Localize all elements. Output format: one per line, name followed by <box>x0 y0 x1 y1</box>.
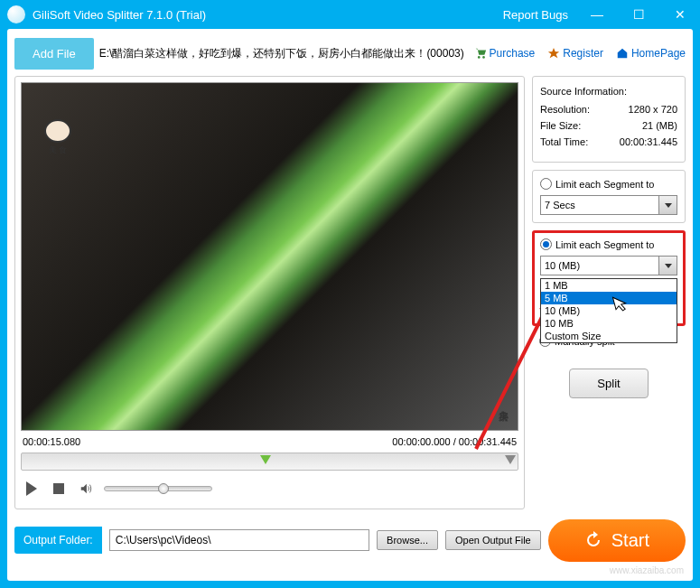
refresh-icon <box>584 531 602 549</box>
segment-size-radio[interactable] <box>540 238 552 250</box>
output-folder-input[interactable] <box>109 529 369 551</box>
maximize-button[interactable]: ☐ <box>626 5 651 23</box>
volume-thumb[interactable] <box>158 483 169 494</box>
segment-size-dropdown: 1 MB 5 MB 10 (MB) 10 MB Custom Size <box>540 278 677 343</box>
browse-button[interactable]: Browse... <box>377 530 438 550</box>
timeline-scrubber[interactable] <box>21 453 518 471</box>
play-button[interactable] <box>23 480 41 498</box>
app-logo-icon <box>7 5 25 23</box>
video-watermark-logo: 美 食 <box>40 119 76 164</box>
source-info-title: Source Information: <box>540 86 677 97</box>
options-panel: Source Information: Resolution:1280 x 72… <box>532 76 686 509</box>
home-icon <box>616 47 629 60</box>
homepage-link[interactable]: HomePage <box>616 47 686 60</box>
dropdown-item[interactable]: 10 (MB) <box>541 304 677 317</box>
filesize-value: 21 (MB) <box>642 120 677 131</box>
dropdown-item[interactable]: 1 MB <box>541 279 677 292</box>
volume-slider[interactable] <box>104 486 212 491</box>
current-file-path: E:\醋溜白菜这样做，好吃到爆，还特别下饭，厨房小白都能做出来！(00003) <box>99 46 469 61</box>
current-time: 00:00:15.080 <box>23 436 80 447</box>
totaltime-value: 00:00:31.445 <box>620 136 677 147</box>
segment-time-select[interactable]: 7 Secs <box>540 195 677 215</box>
start-button[interactable]: Start <box>548 519 686 562</box>
dropdown-item[interactable]: Custom Size <box>541 330 677 342</box>
segment-size-select[interactable]: 10 (MB) <box>540 256 677 275</box>
open-output-button[interactable]: Open Output File <box>445 530 541 550</box>
minimize-button[interactable]: — <box>584 5 610 23</box>
cart-icon <box>474 47 487 60</box>
chevron-down-icon <box>658 196 677 214</box>
playback-controls <box>21 474 518 503</box>
purchase-link[interactable]: Purchase <box>474 47 536 60</box>
source-info-box: Source Information: Resolution:1280 x 72… <box>532 76 686 163</box>
speaker-icon <box>79 482 92 495</box>
titlebar: GiliSoft Video Splitter 7.1.0 (Trial) Re… <box>0 0 700 29</box>
window-title: GiliSoft Video Splitter 7.1.0 (Trial) <box>33 8 503 22</box>
stop-button[interactable] <box>50 480 68 498</box>
bottom-bar: Output Folder: Browse... Open Output Fil… <box>14 518 686 562</box>
segment-size-option: Limit each Segment to 10 (MB) 1 MB 5 MB … <box>532 230 686 326</box>
report-bugs-link[interactable]: Report Bugs <box>503 8 568 22</box>
segment-start-marker[interactable] <box>260 455 271 470</box>
star-icon <box>547 47 560 60</box>
resolution-value: 1280 x 720 <box>629 104 677 115</box>
video-panel: 美 食 小房美食 00:00:15.080 00:00:00.000 / 00:… <box>14 76 525 509</box>
segment-end-marker[interactable] <box>505 455 516 470</box>
dropdown-item[interactable]: 5 MB <box>541 292 677 304</box>
time-labels: 00:00:15.080 00:00:00.000 / 00:00:31.445 <box>21 431 518 449</box>
video-preview[interactable]: 美 食 小房美食 <box>21 82 518 431</box>
segment-time-radio[interactable] <box>540 178 552 190</box>
close-button[interactable]: ✕ <box>667 5 693 23</box>
stop-icon <box>53 483 64 494</box>
page-watermark: www.xiazaiba.com <box>610 565 684 575</box>
svg-point-0 <box>478 56 481 59</box>
svg-point-1 <box>482 56 485 59</box>
split-button[interactable]: Split <box>569 369 648 398</box>
volume-button[interactable] <box>77 480 95 498</box>
segment-time-option: Limit each Segment to 7 Secs <box>532 170 686 223</box>
toolbar: Add File E:\醋溜白菜这样做，好吃到爆，还特别下饭，厨房小白都能做出来… <box>14 36 686 70</box>
output-folder-label: Output Folder: <box>14 527 102 554</box>
add-file-button[interactable]: Add File <box>14 38 94 70</box>
play-icon <box>26 481 37 496</box>
dropdown-item[interactable]: 10 MB <box>541 317 677 330</box>
chevron-down-icon <box>658 257 677 275</box>
position-total-time: 00:00:00.000 / 00:00:31.445 <box>392 436 517 447</box>
register-link[interactable]: Register <box>547 47 603 60</box>
